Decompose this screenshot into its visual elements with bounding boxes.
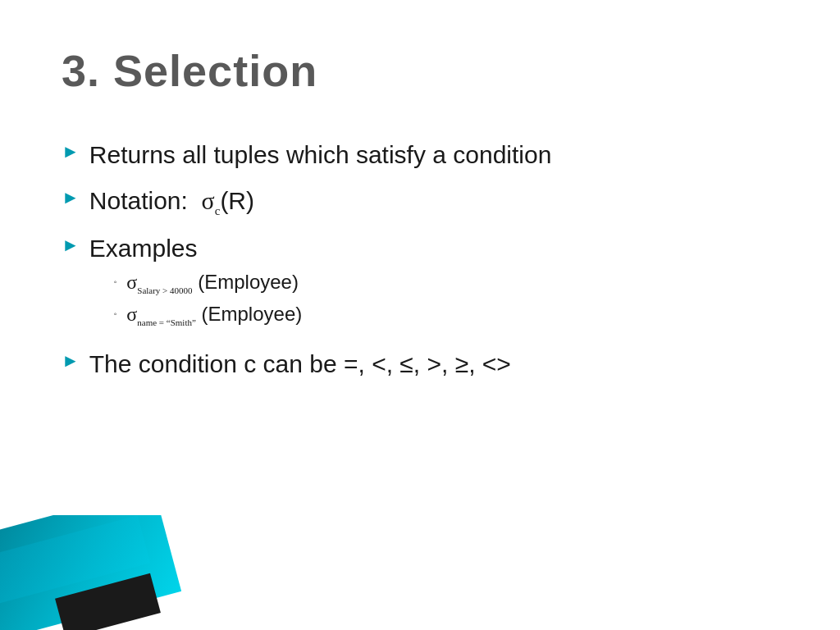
bottom-decoration xyxy=(0,515,230,630)
sub-bullet-item-2: ◦ σname = “Smith” (Employee) xyxy=(114,301,302,329)
bullet-arrow-2: ► xyxy=(62,187,80,208)
bullet-arrow-3: ► xyxy=(62,235,80,256)
sub-bullet-circle-2: ◦ xyxy=(114,309,117,318)
bullet-item-4: ► The condition c can be =, <, ≤, >, ≥, … xyxy=(62,349,791,380)
sub-bullet-circle-1: ◦ xyxy=(114,277,117,286)
bullet-text-1: Returns all tuples which satisfy a condi… xyxy=(89,139,552,171)
sigma-name: σname = “Smith” xyxy=(126,304,196,325)
bullet-item-1: ► Returns all tuples which satisfy a con… xyxy=(62,139,791,171)
bullet-item-2: ► Notation: σc(R) xyxy=(62,185,791,219)
sub-bullets: ◦ σSalary > 40000 (Employee) ◦ σname = “… xyxy=(114,269,302,329)
sub-bullet-item-1: ◦ σSalary > 40000 (Employee) xyxy=(114,269,302,297)
sub-bullet-text-1: σSalary > 40000 (Employee) xyxy=(126,269,299,297)
sigma-salary: σSalary > 40000 xyxy=(126,272,192,293)
bullet-arrow-4: ► xyxy=(62,350,80,372)
bullet-text-2: Notation: σc(R) xyxy=(89,185,254,219)
bullet-arrow-1: ► xyxy=(62,141,80,162)
content-area: ► Returns all tuples which satisfy a con… xyxy=(62,139,791,395)
bullet-item-3: ► Examples ◦ σSalary > 40000 (Employee) … xyxy=(62,233,791,334)
slide: 3. Selection ► Returns all tuples which … xyxy=(0,0,840,630)
sigma-notation: σc xyxy=(202,187,221,214)
bullet-text-4: The condition c can be =, <, ≤, >, ≥, <> xyxy=(89,349,511,380)
bullet-text-3: Examples xyxy=(89,235,198,262)
slide-title: 3. Selection xyxy=(62,45,317,96)
bullet-examples: Examples ◦ σSalary > 40000 (Employee) ◦ … xyxy=(89,233,302,334)
sub-bullet-text-2: σname = “Smith” (Employee) xyxy=(126,301,302,329)
